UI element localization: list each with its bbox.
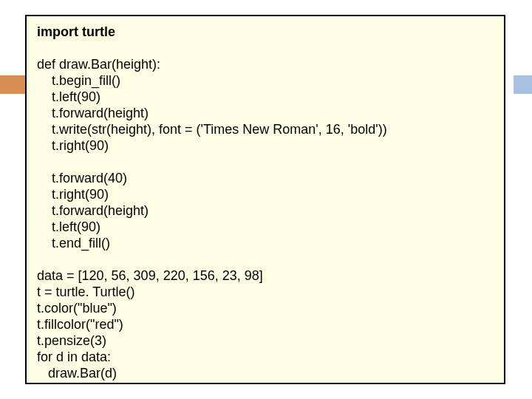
code-box: import turtle def draw.Bar(height): t.be… (25, 15, 505, 384)
code-line-1: import turtle (37, 24, 115, 39)
code-line-19: t.fillcolor("red") (37, 317, 123, 332)
code-line-12: t.forward(height) (37, 203, 149, 218)
code-line-11: t.right(90) (37, 187, 109, 202)
code-line-3: def draw.Bar(height): (37, 57, 160, 72)
code-line-10: t.forward(40) (37, 171, 127, 185)
code-line-21: for d in data: (37, 349, 111, 364)
code-line-22: draw.Bar(d) (37, 366, 117, 381)
code-line-5: t.left(90) (37, 89, 100, 104)
accent-bar-left (0, 75, 25, 94)
code-line-14: t.end_fill() (37, 236, 110, 250)
code-line-18: t.color("blue") (37, 301, 117, 316)
code-line-20: t.pensize(3) (37, 333, 106, 348)
code-line-7: t.write(str(height), font = ('Times New … (37, 122, 387, 137)
code-line-13: t.left(90) (37, 219, 100, 234)
accent-bar-right (514, 75, 532, 94)
code-line-16: data = [120, 56, 309, 220, 156, 23, 98] (37, 268, 263, 283)
code-line-8: t.right(90) (37, 138, 109, 153)
slide: import turtle def draw.Bar(height): t.be… (0, 0, 532, 399)
code-line-6: t.forward(height) (37, 106, 149, 120)
code-block: import turtle def draw.Bar(height): t.be… (37, 24, 494, 381)
code-line-4: t.begin_fill() (37, 73, 120, 88)
code-line-17: t = turtle. Turtle() (37, 284, 135, 299)
